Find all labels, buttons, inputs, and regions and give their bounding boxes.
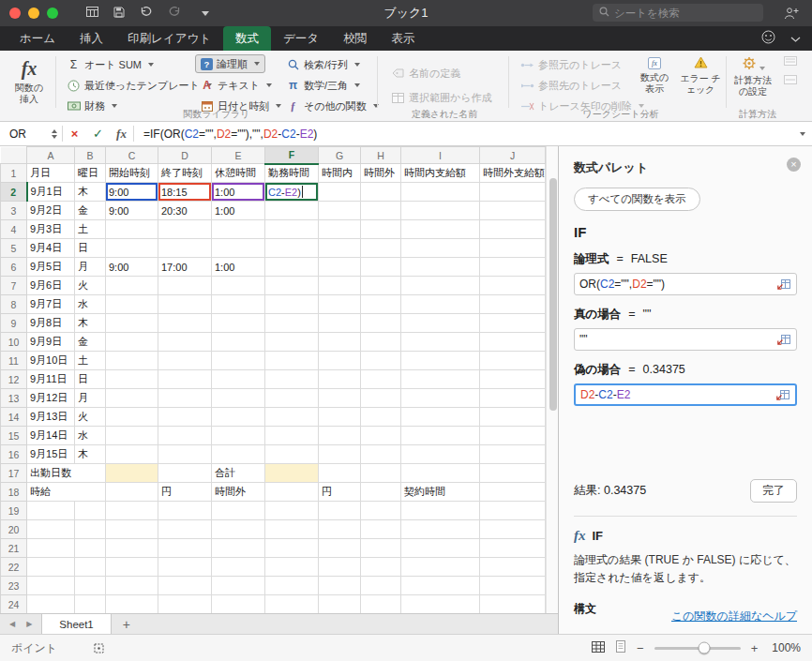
cell-A7[interactable]: 9月6日 — [27, 277, 75, 295]
cell-F6[interactable] — [265, 258, 319, 277]
cell-B22[interactable] — [75, 558, 106, 577]
cell-G17[interactable] — [319, 464, 361, 483]
cell-B8[interactable]: 水 — [75, 295, 106, 314]
prev-sheet-icon[interactable]: ◀ — [9, 620, 15, 628]
column-header-F[interactable]: F — [265, 147, 319, 164]
row-header-6[interactable]: 6 — [1, 258, 27, 277]
row-header-14[interactable]: 14 — [1, 408, 27, 427]
column-header-C[interactable]: C — [106, 147, 158, 164]
done-button[interactable]: 完了 — [750, 479, 797, 503]
zoom-slider-knob[interactable] — [699, 642, 711, 654]
cell-J20[interactable] — [480, 520, 546, 539]
cell-B6[interactable]: 月 — [75, 258, 106, 277]
tab-review[interactable]: 校閲 — [331, 26, 379, 51]
cell-E7[interactable] — [212, 277, 265, 295]
cell-D3[interactable]: 20:30 — [158, 202, 212, 220]
row-header-13[interactable]: 13 — [1, 389, 27, 408]
autosum-button[interactable]: Σオート SUM — [62, 55, 158, 74]
row-header-5[interactable]: 5 — [1, 239, 27, 258]
cell-A17[interactable]: 出勤日数 — [27, 464, 106, 483]
cell-C1[interactable]: 開始時刻 — [106, 164, 158, 183]
cell-A24[interactable] — [27, 595, 75, 614]
cell-G11[interactable] — [319, 352, 361, 370]
cell-H17[interactable] — [361, 464, 401, 483]
range-picker-icon[interactable] — [775, 389, 790, 401]
cell-I15[interactable] — [401, 427, 480, 445]
cell-C4[interactable] — [106, 220, 158, 239]
cell-F24[interactable] — [265, 595, 319, 614]
argument-input-value-if-true[interactable]: "" — [574, 328, 797, 351]
cell-B1[interactable]: 曜日 — [75, 164, 106, 183]
cell-D14[interactable] — [158, 408, 212, 427]
cell-D16[interactable] — [158, 445, 212, 464]
text-functions-button[interactable]: Aテキスト — [195, 76, 277, 95]
cell-I14[interactable] — [401, 408, 480, 427]
row-header-7[interactable]: 7 — [1, 277, 27, 295]
show-all-functions-button[interactable]: すべての関数を表示 — [574, 188, 700, 211]
cell-J23[interactable] — [480, 577, 546, 595]
cell-G21[interactable] — [319, 539, 361, 558]
tab-data[interactable]: データ — [271, 26, 331, 51]
row-header-23[interactable]: 23 — [1, 577, 27, 595]
close-window-button[interactable] — [9, 8, 21, 19]
cell-H14[interactable] — [361, 408, 401, 427]
redo-icon[interactable] — [168, 7, 181, 21]
cell-F15[interactable] — [265, 427, 319, 445]
cell-I13[interactable] — [401, 389, 480, 408]
cell-C21[interactable] — [106, 539, 158, 558]
cell-J16[interactable] — [480, 445, 546, 464]
cell-I2[interactable] — [401, 183, 480, 202]
cell-H23[interactable] — [361, 577, 401, 595]
cell-E16[interactable] — [212, 445, 265, 464]
cell-A18[interactable]: 時給 — [27, 483, 106, 502]
range-picker-icon[interactable] — [776, 334, 791, 346]
trace-dependents-button[interactable]: 参照先のトレース — [516, 76, 626, 95]
page-layout-view-icon[interactable] — [615, 640, 626, 655]
cell-G14[interactable] — [319, 408, 361, 427]
cell-B21[interactable] — [75, 539, 106, 558]
cell-D13[interactable] — [158, 389, 212, 408]
cell-B24[interactable] — [75, 595, 106, 614]
cell-H7[interactable] — [361, 277, 401, 295]
zoom-out-button[interactable]: − — [637, 641, 644, 655]
cell-I3[interactable] — [401, 202, 480, 220]
cell-C6[interactable]: 9:00 — [106, 258, 158, 277]
cell-A6[interactable]: 9月5日 — [27, 258, 75, 277]
cell-F9[interactable] — [265, 314, 319, 333]
create-from-selection-button[interactable]: 選択範囲から作成 — [386, 88, 497, 107]
cell-E21[interactable] — [212, 539, 265, 558]
row-header-16[interactable]: 16 — [1, 445, 27, 464]
row-header-24[interactable]: 24 — [1, 595, 27, 614]
cell-A13[interactable]: 9月12日 — [27, 389, 75, 408]
show-formulas-button[interactable]: fx 数式の表示 — [636, 56, 673, 95]
cell-D5[interactable] — [158, 239, 212, 258]
cell-D17[interactable] — [158, 464, 212, 483]
cell-E6[interactable]: 1:00 — [212, 258, 265, 277]
cell-A5[interactable]: 9月4日 — [27, 239, 75, 258]
cell-D4[interactable] — [158, 220, 212, 239]
cell-A15[interactable]: 9月14日 — [27, 427, 75, 445]
cell-G24[interactable] — [319, 595, 361, 614]
cell-E18[interactable]: 時間外 — [212, 483, 265, 502]
cell-C10[interactable] — [106, 333, 158, 352]
cell-J22[interactable] — [480, 558, 546, 577]
cell-A8[interactable]: 9月7日 — [27, 295, 75, 314]
cell-J24[interactable] — [480, 595, 546, 614]
row-header-22[interactable]: 22 — [1, 558, 27, 577]
minimize-window-button[interactable] — [28, 8, 39, 19]
vertical-scrollbar-thumb[interactable] — [549, 178, 557, 411]
cell-G15[interactable] — [319, 427, 361, 445]
name-box[interactable]: OR — [0, 122, 62, 145]
column-header-E[interactable]: E — [212, 147, 265, 164]
formula-input[interactable]: =IF(OR(C2="",D2=""),"",D2-C2-E2) — [134, 128, 793, 141]
cell-E1[interactable]: 休憩時間 — [212, 164, 265, 183]
math-trig-button[interactable]: π数学/三角 — [281, 76, 365, 95]
cell-D24[interactable] — [158, 595, 212, 614]
cell-J7[interactable] — [480, 277, 546, 295]
cell-C3[interactable]: 9:00 — [106, 202, 158, 220]
cell-G4[interactable] — [319, 220, 361, 239]
cell-C17[interactable] — [106, 464, 158, 483]
cell-F12[interactable] — [265, 370, 319, 389]
cell-E13[interactable] — [212, 389, 265, 408]
column-header-B[interactable]: B — [75, 147, 106, 164]
